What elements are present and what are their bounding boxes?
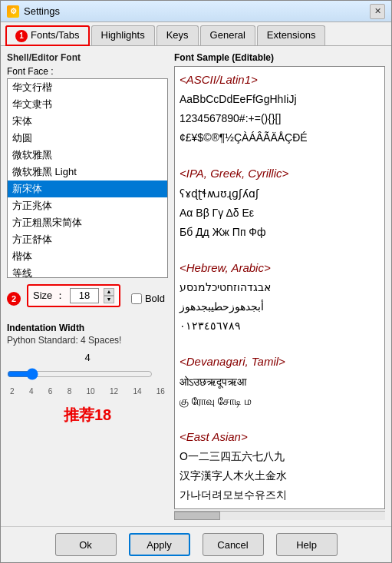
- font-sample-label: Font Sample (Editable): [174, 52, 385, 63]
- tab-bar: 1Fonts/Tabs Highlights Keys General Exte…: [1, 22, 391, 46]
- sample-devanagari: ओऽउछऋदूपऋआ: [180, 374, 380, 390]
- size-row-wrapper: 2 Size ： ▲ ▼ Bold: [7, 284, 168, 313]
- bold-label: Bold: [145, 293, 165, 304]
- title-bar: ⚙ Settings ✕: [1, 1, 391, 22]
- cancel-button[interactable]: Cancel: [203, 533, 264, 556]
- sample-east-asian-4: あいうえおアイウエオ: [180, 506, 380, 509]
- indentation-slider[interactable]: [7, 368, 153, 380]
- sample-ascii-heading: <ASCII/Latin1>: [180, 71, 380, 89]
- slider-container: [7, 365, 168, 386]
- font-item-10[interactable]: 楷体: [8, 248, 167, 265]
- font-item-8[interactable]: 方正粗黑宋简体: [8, 214, 167, 231]
- section-label: Shell/Editor Font: [7, 52, 168, 63]
- bold-row: Bold: [131, 293, 165, 304]
- title-bar-left: ⚙ Settings: [7, 5, 60, 18]
- tab-extensions[interactable]: Extensions: [257, 25, 326, 45]
- indentation-section: Indentation Width Python Standard: 4 Spa…: [7, 323, 168, 399]
- font-item-0[interactable]: 华文行楷: [8, 79, 167, 96]
- spin-up-button[interactable]: ▲: [104, 288, 114, 296]
- sample-eastasian-heading: <East Asian>: [180, 429, 380, 446]
- sample-east-asian-1: O一二三四五六七八九: [180, 449, 380, 465]
- sample-ipa-heading: <IPA, Greek, Cyrillic>: [180, 165, 380, 183]
- apply-button[interactable]: Apply: [129, 533, 190, 556]
- recommend-text: 推荐18: [7, 405, 168, 426]
- sample-hebrew-heading: <Hebrew, Arabic>: [180, 260, 380, 277]
- ok-button[interactable]: Ok: [55, 533, 117, 556]
- slider-value: 4: [7, 352, 168, 363]
- font-item-1[interactable]: 华文隶书: [8, 96, 167, 113]
- bottom-buttons: Ok Apply Cancel Help: [1, 526, 391, 562]
- python-standard: Python Standard: 4 Spaces!: [7, 335, 168, 346]
- help-button[interactable]: Help: [276, 533, 338, 556]
- sample-arabic-nums: ٠١٢٣٤٥٦٧٨٩: [180, 318, 380, 334]
- scrollbar-thumb[interactable]: [174, 512, 220, 520]
- spin-down-button[interactable]: ▼: [104, 296, 114, 303]
- close-button[interactable]: ✕: [370, 4, 385, 19]
- sample-ascii-2: 1234567890#:+=(){}[]: [180, 111, 380, 127]
- tab-general[interactable]: General: [200, 25, 255, 45]
- badge-2: 2: [7, 292, 21, 306]
- sample-ascii-3: ¢£¥$©®¶½ÇÀÁÂÃÄÅÇÐÉ: [180, 130, 380, 146]
- sample-ipa-2: Aα Bβ Γγ Δδ Eε: [180, 205, 380, 221]
- font-item-2[interactable]: 宋体: [8, 113, 167, 130]
- sample-hebrew: אבגדהוזחטיכלמנסע: [180, 280, 380, 296]
- badge-1: 1: [15, 30, 28, 42]
- size-spin: ▲ ▼: [104, 288, 114, 303]
- slider-section: 4 2 4 6 8 10 12 14 16: [7, 349, 168, 399]
- main-content: Shell/Editor Font Font Face : 华文行楷 华文隶书 …: [1, 46, 391, 526]
- left-panel: Shell/Editor Font Font Face : 华文行楷 华文隶书 …: [7, 52, 168, 520]
- font-item-4[interactable]: 微软雅黑: [8, 147, 167, 164]
- font-item-3[interactable]: 幼圆: [8, 130, 167, 147]
- tab-keys[interactable]: Keys: [156, 25, 199, 45]
- font-item-9[interactable]: 方正舒体: [8, 231, 167, 248]
- sample-east-asian-2: 汉字漢字人木火土金水: [180, 468, 380, 484]
- font-face-label: Font Face :: [7, 66, 168, 77]
- sample-devanagari-heading: <Devanagari, Tamil>: [180, 353, 380, 371]
- sample-arabic: أبجدهوزحطيبجدهوز: [180, 299, 380, 315]
- sample-ascii-1: AaBbCcDdEeFfGgHhIiJj: [180, 91, 380, 108]
- tab-fonts-tabs[interactable]: 1Fonts/Tabs: [5, 25, 90, 46]
- sample-ipa-1: ʕɤɖʈɬʍɹʊɻɡʃʎɑʃ: [180, 186, 380, 202]
- window-title: Settings: [24, 5, 60, 17]
- horizontal-scrollbar[interactable]: [174, 511, 385, 520]
- font-item-7[interactable]: 方正兆体: [8, 197, 167, 214]
- font-item-6[interactable]: 新宋体: [8, 180, 167, 197]
- indentation-title: Indentation Width: [7, 323, 168, 333]
- font-list-container[interactable]: 华文行楷 华文隶书 宋体 幼圆 微软雅黑 微软雅黑 Light 新宋体 方正兆体…: [7, 78, 168, 278]
- sample-cyrillic: Бб Дд Жж Пп Фф: [180, 224, 380, 240]
- tab-highlights[interactable]: Highlights: [91, 25, 155, 45]
- font-item-5[interactable]: 微软雅黑 Light: [8, 164, 167, 180]
- sample-east-asian-3: 가나더려모보수유즈치: [180, 487, 380, 503]
- app-icon: ⚙: [7, 5, 19, 18]
- slider-ticks: 2 4 6 8 10 12 14 16: [7, 387, 168, 396]
- size-input[interactable]: [70, 288, 99, 303]
- settings-window: ⚙ Settings ✕ 1Fonts/Tabs Highlights Keys…: [0, 0, 392, 563]
- sample-tamil: கு ரோவு சோடி ம: [180, 393, 380, 409]
- bold-checkbox[interactable]: [131, 293, 142, 304]
- size-label: Size ：: [33, 289, 65, 303]
- right-panel: Font Sample (Editable) <ASCII/Latin1> Aa…: [174, 52, 385, 520]
- font-sample-area[interactable]: <ASCII/Latin1> AaBbCcDdEeFfGgHhIiJj 1234…: [174, 66, 385, 509]
- font-item-11[interactable]: 等线: [8, 265, 167, 278]
- size-row: Size ： ▲ ▼: [27, 284, 120, 307]
- font-list: 华文行楷 华文隶书 宋体 幼圆 微软雅黑 微软雅黑 Light 新宋体 方正兆体…: [8, 79, 167, 278]
